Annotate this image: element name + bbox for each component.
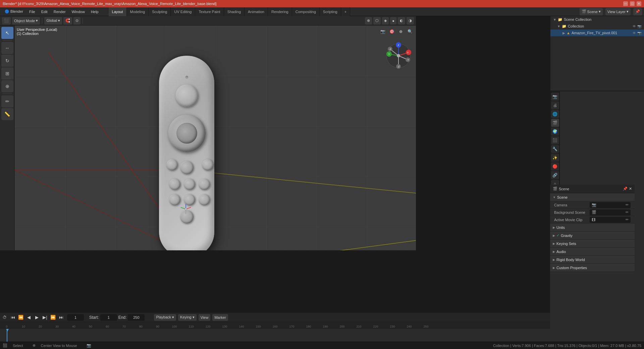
- props-tab-constraints[interactable]: 🔗: [551, 171, 559, 179]
- props-tab-view-layer[interactable]: 🌐: [551, 110, 559, 118]
- rigid-body-world-section[interactable]: ▶ Rigid Body World: [550, 256, 635, 264]
- transform-orient-btn[interactable]: ⊕: [397, 28, 405, 36]
- next-keyframe-btn[interactable]: ⏩: [50, 314, 56, 321]
- bg-scene-edit-icon[interactable]: ✏: [626, 210, 629, 214]
- overlay-toggle[interactable]: ⬡: [373, 17, 381, 24]
- tab-scripting[interactable]: Scripting: [320, 7, 341, 16]
- menu-help[interactable]: Help: [88, 8, 101, 15]
- object-render-icon[interactable]: 📷: [637, 31, 641, 35]
- jump-end-btn[interactable]: ⏭: [58, 314, 64, 321]
- menu-file[interactable]: File: [26, 8, 38, 15]
- annotate-tool[interactable]: ✏: [1, 95, 13, 107]
- bg-scene-value[interactable]: 🎬 ✏: [590, 209, 631, 215]
- marker-menu[interactable]: Marker: [212, 314, 228, 321]
- tab-modeling[interactable]: Modeling: [127, 7, 149, 16]
- scene-props-pin[interactable]: 📌: [623, 187, 628, 191]
- scale-tool[interactable]: ⊞: [1, 67, 13, 80]
- props-tab-modifiers[interactable]: 🔧: [551, 145, 559, 153]
- gizmo-toggle[interactable]: ⊕: [365, 17, 372, 24]
- collection-render-icon[interactable]: 📷: [637, 24, 641, 28]
- focus-btn[interactable]: 🎯: [388, 28, 396, 36]
- navigation-gizmo[interactable]: X -X Y -Y Z -Z: [385, 42, 412, 69]
- scene-section-header[interactable]: ▼ Scene: [550, 193, 635, 201]
- object-mode-selector[interactable]: Object Mode ▾: [12, 17, 40, 24]
- outliner-item-object[interactable]: ▶ ▲ Amazon_Fire_TV_pivot.001 👁 📷: [550, 30, 644, 36]
- units-section[interactable]: ▶ Units: [550, 223, 635, 232]
- props-tab-physics[interactable]: 🔴: [551, 162, 559, 170]
- timeline-icon: ⏱: [3, 315, 7, 320]
- ruler-0: 0: [6, 325, 7, 328]
- tab-compositing[interactable]: Compositing: [292, 7, 320, 16]
- props-tab-render[interactable]: 📷: [551, 93, 559, 101]
- scene-selector[interactable]: 🎬 Scene ▾: [580, 8, 603, 15]
- start-frame-input[interactable]: [100, 314, 117, 321]
- menu-blender[interactable]: 🔵 Blender: [2, 8, 26, 15]
- view-layer-selector[interactable]: View Layer ▾: [605, 8, 631, 15]
- tab-sculpting[interactable]: Sculpting: [149, 7, 171, 16]
- viewport-3d[interactable]: User Perspective (Local) (1) Collection …: [15, 26, 416, 250]
- keying-menu[interactable]: Keying ▾: [178, 314, 197, 321]
- menu-window[interactable]: Window: [69, 8, 88, 15]
- select-tool[interactable]: ↖: [1, 27, 13, 39]
- end-frame-input[interactable]: [128, 314, 145, 321]
- close-button[interactable]: ✕: [637, 1, 641, 6]
- gravity-checkbox[interactable]: ✓: [556, 233, 559, 238]
- object-view-icon[interactable]: 👁: [633, 31, 636, 35]
- snap-button[interactable]: 🧲: [63, 17, 72, 24]
- maximize-button[interactable]: □: [630, 1, 635, 6]
- tab-texture-paint[interactable]: Texture Paint: [195, 7, 224, 16]
- transform-tool[interactable]: ⊕: [1, 80, 13, 92]
- tab-add[interactable]: +: [341, 7, 350, 16]
- props-tab-particles[interactable]: ✨: [551, 154, 559, 162]
- outliner-item-collection[interactable]: ▼ 📁 Collection 👁 📷: [550, 23, 644, 30]
- step-forward-btn[interactable]: ▶|: [42, 314, 48, 321]
- props-tab-output[interactable]: 🖨: [551, 101, 559, 109]
- menu-render[interactable]: Render: [51, 8, 68, 15]
- outliner-object-label: Amazon_Fire_TV_pivot.001: [572, 31, 617, 35]
- ruler-230: 230: [390, 325, 395, 328]
- measure-tool[interactable]: 📏: [1, 108, 13, 120]
- jump-start-btn[interactable]: ⏮: [9, 314, 16, 321]
- keying-sets-section[interactable]: ▶ Keying Sets: [550, 240, 635, 248]
- camera-view-btn[interactable]: 📷: [379, 28, 387, 36]
- rendered-shading[interactable]: ◑: [407, 17, 414, 24]
- props-tab-world[interactable]: 🌍: [551, 128, 559, 136]
- audio-section[interactable]: ▶ Audio: [550, 248, 635, 256]
- minimize-button[interactable]: —: [623, 1, 628, 6]
- playback-menu[interactable]: Playback ▾: [154, 314, 176, 321]
- xray-toggle[interactable]: ◈: [382, 17, 389, 24]
- menu-edit[interactable]: Edit: [39, 8, 50, 15]
- pin-button[interactable]: 📌: [633, 8, 642, 15]
- view-menu[interactable]: View: [199, 314, 211, 321]
- current-frame-input[interactable]: [67, 314, 84, 321]
- props-tab-object[interactable]: ⬛: [551, 136, 559, 144]
- zoom-btn[interactable]: 🔍: [406, 28, 414, 36]
- step-back-btn[interactable]: ◀: [25, 314, 32, 321]
- props-tab-scene[interactable]: 🎬: [551, 119, 559, 127]
- global-selector[interactable]: Global ▾: [44, 17, 62, 24]
- proportional-button[interactable]: ⊙: [73, 17, 80, 24]
- collection-view-icon[interactable]: 👁: [633, 24, 636, 28]
- tab-shading[interactable]: Shading: [224, 7, 245, 16]
- gravity-section[interactable]: ▶ ✓ Gravity: [550, 232, 635, 240]
- tab-animation[interactable]: Animation: [245, 7, 268, 16]
- movie-clip-edit-icon[interactable]: ✏: [626, 217, 629, 222]
- solid-shading[interactable]: ●: [390, 17, 396, 24]
- prev-keyframe-btn[interactable]: ⏪: [17, 314, 24, 321]
- custom-properties-section[interactable]: ▶ Custom Properties: [550, 264, 635, 272]
- camera-value[interactable]: 📷 ✏: [590, 202, 631, 208]
- movie-clip-value[interactable]: 🎞 ✏: [590, 217, 631, 223]
- play-btn[interactable]: ▶: [34, 314, 40, 321]
- move-tool[interactable]: ↔: [1, 42, 13, 54]
- scene-properties-panel: 🎬 Scene 📌 ✕ ▼ Scene Camera 📷 ✏ Backgr: [550, 185, 635, 349]
- tab-layout[interactable]: Layout: [109, 7, 127, 16]
- outliner-item-scene-collection[interactable]: ▼ 📁 Scene Collection: [550, 16, 644, 23]
- material-shading[interactable]: ◐: [398, 17, 405, 24]
- camera-edit-icon[interactable]: ✏: [626, 203, 629, 207]
- tab-rendering[interactable]: Rendering: [268, 7, 292, 16]
- scene-props-expand[interactable]: ✕: [629, 187, 632, 191]
- rotate-tool[interactable]: ↻: [1, 55, 13, 67]
- tab-uv-editing[interactable]: UV Editing: [171, 7, 195, 16]
- view-layer-dropdown-icon: ▾: [627, 9, 629, 14]
- viewport-icon[interactable]: ⬛: [2, 17, 11, 24]
